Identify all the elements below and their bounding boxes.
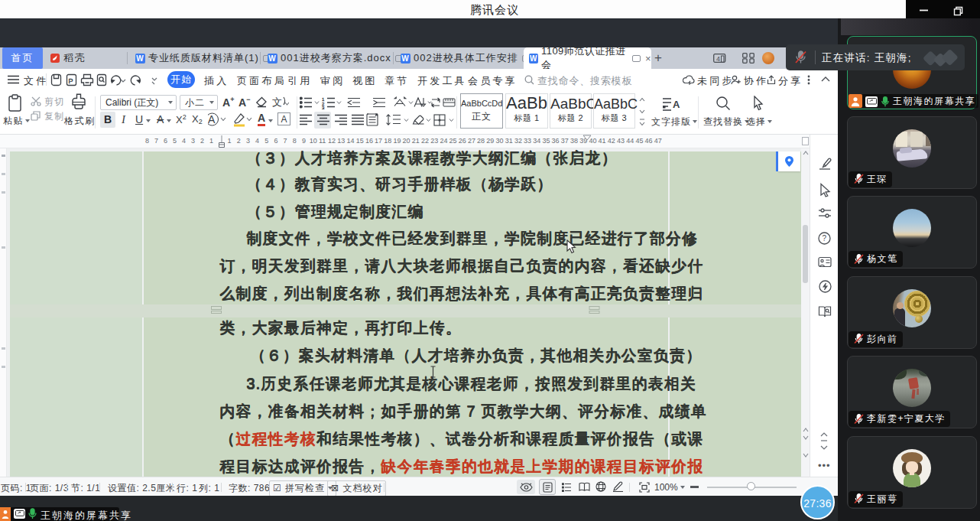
svg-text:4: 4 [716, 55, 720, 63]
svg-text:文: 文 [272, 96, 282, 108]
svg-text:A: A [208, 113, 216, 125]
svg-text:A: A [673, 99, 680, 110]
svg-text:?: ? [823, 234, 827, 243]
svg-text:P: P [69, 77, 73, 85]
svg-text:3: 3 [322, 106, 325, 110]
